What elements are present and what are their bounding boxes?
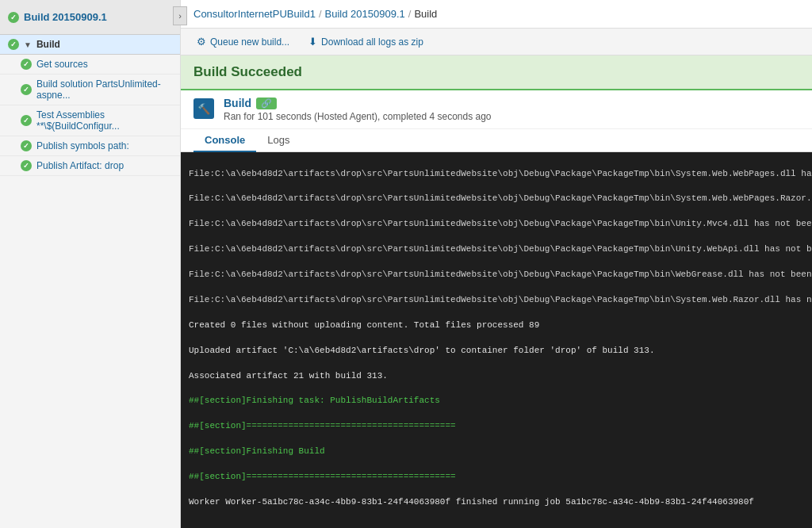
build-info-subtitle: Ran for 101 seconds (Hosted Agent), comp…	[224, 111, 799, 122]
test-assemblies-status-icon	[21, 115, 32, 126]
tab-console[interactable]: Console	[193, 129, 256, 152]
download-icon: ⬇	[308, 36, 317, 48]
chevron-down-icon: ▼	[24, 40, 32, 49]
sidebar-get-sources-label: Get sources	[36, 59, 88, 70]
download-logs-button[interactable]: ⬇ Download all logs as zip	[305, 34, 427, 49]
console-line: Created 0 files without uploading conten…	[189, 319, 804, 332]
build-solution-status-icon	[21, 84, 32, 95]
sidebar-build-label: Build	[36, 39, 60, 50]
queue-label: Queue new build...	[210, 36, 289, 48]
tabs-row: Console Logs	[181, 129, 812, 152]
breadcrumb-build-link[interactable]: Build 20150909.1	[325, 8, 405, 20]
sidebar-item-publish-symbols[interactable]: Publish symbols path:	[0, 136, 180, 156]
queue-new-build-button[interactable]: ⚙ Queue new build...	[193, 34, 293, 49]
breadcrumb-current: Build	[414, 8, 437, 20]
build-status-icon	[8, 12, 19, 23]
tab-logs[interactable]: Logs	[256, 129, 301, 152]
sidebar-item-test-assemblies[interactable]: Test Assemblies **\$(BuildConfigur...	[0, 105, 180, 136]
build-info-icon: 🔨	[193, 98, 214, 119]
console-line: File:C:\a\6eb4d8d2\artifacts\drop\src\Pa…	[189, 218, 804, 231]
build-info-text: Build 🔗 Ran for 101 seconds (Hosted Agen…	[224, 97, 799, 122]
build-section-icon	[8, 39, 19, 50]
sidebar-test-assemblies-label: Test Assemblies **\$(BuildConfigur...	[36, 109, 172, 132]
main-content: ConsultorInternetPUBuild1 / Build 201509…	[181, 0, 812, 528]
console-line: ##[section]Finishing task: PublishBuildA…	[189, 395, 804, 407]
sidebar: Build 20150909.1 ▼ Build Get sources Bui…	[0, 0, 181, 528]
publish-artifact-status-icon	[21, 160, 32, 171]
build-title-text: Build	[224, 97, 251, 109]
sidebar-collapse-button[interactable]: ›	[173, 6, 187, 25]
console-output[interactable]: File:C:\a\6eb4d8d2\artifacts\drop\src\Pa…	[181, 152, 812, 528]
console-line: ##[section]Finishing Build	[189, 446, 804, 458]
sidebar-header: Build 20150909.1	[0, 0, 180, 35]
breadcrumb-sep-2: /	[408, 8, 412, 20]
console-line: File:C:\a\6eb4d8d2\artifacts\drop\src\Pa…	[189, 168, 804, 181]
sidebar-item-get-sources[interactable]: Get sources	[0, 55, 180, 75]
sidebar-build-title: Build 20150909.1	[24, 11, 107, 23]
sidebar-publish-symbols-label: Publish symbols path:	[36, 140, 129, 151]
breadcrumb-sep-1: /	[319, 8, 322, 20]
queue-icon: ⚙	[197, 36, 206, 48]
sidebar-build-solution-label: Build solution PartsUnlimited-aspne...	[36, 78, 172, 101]
build-tag: 🔗	[256, 98, 277, 109]
console-dotted-line: ##[section]=============================…	[189, 471, 804, 484]
console-line: Worker Worker-5a1bc78c-a34c-4bb9-83b1-24…	[189, 496, 804, 509]
console-line: File:C:\a\6eb4d8d2\artifacts\drop\src\Pa…	[189, 269, 804, 281]
console-line: File:C:\a\6eb4d8d2\artifacts\drop\src\Pa…	[189, 193, 804, 205]
breadcrumb: ConsultorInternetPUBuild1 / Build 201509…	[181, 0, 812, 29]
sidebar-item-publish-artifact[interactable]: Publish Artifact: drop	[0, 156, 180, 176]
build-info-row: 🔨 Build 🔗 Ran for 101 seconds (Hosted Ag…	[181, 90, 812, 129]
console-line: File:C:\a\6eb4d8d2\artifacts\drop\src\Pa…	[189, 243, 804, 256]
breadcrumb-project-link[interactable]: ConsultorInternetPUBuild1	[193, 8, 316, 20]
console-line: File:C:\a\6eb4d8d2\artifacts\drop\src\Pa…	[189, 152, 804, 155]
console-line: Associated artifact 21 with build 313.	[189, 370, 804, 383]
download-label: Download all logs as zip	[321, 36, 423, 48]
console-line: File:C:\a\6eb4d8d2\artifacts\drop\src\Pa…	[189, 294, 804, 307]
sidebar-publish-artifact-label: Publish Artifact: drop	[36, 160, 124, 171]
build-info-title: Build 🔗	[224, 97, 799, 109]
toolbar: ⚙ Queue new build... ⬇ Download all logs…	[181, 29, 812, 55]
publish-symbols-status-icon	[21, 140, 32, 151]
build-status-banner: Build Succeeded	[181, 55, 812, 90]
status-text: Build Succeeded	[193, 64, 302, 80]
sidebar-item-build[interactable]: ▼ Build	[0, 35, 180, 55]
sidebar-item-build-solution[interactable]: Build solution PartsUnlimited-aspne...	[0, 75, 180, 105]
console-dotted-line: ##[section]=============================…	[189, 420, 804, 433]
console-line: Uploaded artifact 'C:\a\6eb4d8d2\artifac…	[189, 345, 804, 358]
sidebar-nav: ▼ Build Get sources Build solution Parts…	[0, 35, 180, 176]
get-sources-status-icon	[21, 59, 32, 70]
